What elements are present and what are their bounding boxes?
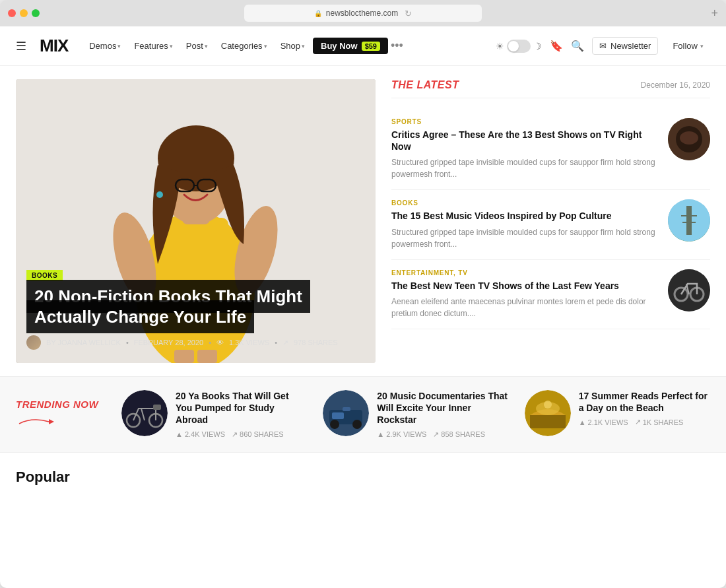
trending-thumbnail [525, 390, 571, 436]
thumbnail-image [668, 118, 710, 160]
hero-overlay: BOOKS 20 Non-Fiction Books That Might Ac… [16, 258, 376, 363]
item-thumbnail [668, 118, 710, 160]
svg-point-33 [352, 420, 362, 429]
thumbnail-image [668, 269, 710, 311]
latest-title: THE LATEST [391, 79, 459, 91]
item-title: The 15 Best Music Videos Inspired by Pop… [391, 210, 660, 222]
mail-icon: ✉ [599, 41, 607, 51]
url-text: newsbloctheme.com [326, 9, 398, 18]
trending-item-content: 20 Music Documentaries That Will Excite … [377, 390, 508, 439]
latest-header: THE LATEST December 16, 2020 [391, 79, 710, 98]
site-logo[interactable]: MIX [40, 36, 68, 56]
eye-icon: 👁 [216, 339, 224, 346]
item-title: 20 Ya Books That Will Get You Pumped for… [176, 390, 307, 426]
trending-thumbnail [323, 390, 369, 436]
thumbnail-image [668, 199, 710, 242]
author-avatar [26, 335, 41, 350]
list-item[interactable]: 20 Music Documentaries That Will Excite … [323, 390, 508, 439]
hero-title: 20 Non-Fiction Books That Might Actually… [26, 280, 310, 333]
nav-post[interactable]: Post ▾ [181, 38, 213, 53]
item-category: ENTERTAINMENT, TV [391, 269, 660, 277]
browser-titlebar: 🔒 newsbloctheme.com ↻ + [0, 0, 726, 26]
latest-date: December 16, 2020 [641, 81, 710, 90]
views-count: ▲ 2.1K VIEWS [579, 418, 628, 426]
share-icon: ↗ [282, 339, 288, 347]
nav-categories[interactable]: Categories ▾ [216, 38, 273, 53]
nav-links: Demos ▾ Features ▾ Post ▾ Categories ▾ S… [84, 38, 403, 54]
list-item[interactable]: ENTERTAINMENT, TV The Best New Teen TV S… [391, 260, 710, 329]
trending-section: TRENDING NOW [0, 376, 726, 453]
price-badge: $59 [362, 42, 380, 51]
list-item[interactable]: SPORTS Critics Agree – These Are the 13 … [391, 109, 710, 190]
refresh-icon[interactable]: ↻ [405, 9, 412, 18]
list-item[interactable]: BOOKS The 15 Best Music Videos Inspired … [391, 190, 710, 259]
maximize-button[interactable] [32, 9, 40, 17]
hero-title-wrapper: 20 Non-Fiction Books That Might Actually… [26, 286, 365, 327]
item-thumbnail [668, 269, 710, 311]
theme-toggle[interactable]: ☀ ☽ [496, 40, 542, 53]
svg-point-38 [544, 401, 552, 408]
item-desc: Structured gripped tape invisible moulde… [391, 226, 660, 250]
eye-icon: ▲ [377, 430, 384, 438]
main-section: BOOKS 20 Non-Fiction Books That Might Ac… [0, 66, 726, 376]
svg-rect-31 [332, 412, 344, 419]
hamburger-menu[interactable]: ☰ [16, 39, 26, 53]
hero-author: BY JOANNA WELLICK [46, 339, 121, 346]
shares-count: ↗ 858 SHARES [433, 430, 485, 439]
new-tab-button[interactable]: + [711, 7, 718, 20]
svg-point-32 [330, 420, 339, 429]
chevron-down-icon: ▾ [302, 43, 305, 49]
trending-thumbnail [121, 390, 168, 436]
item-category: BOOKS [391, 199, 660, 207]
svg-rect-36 [530, 415, 566, 428]
minimize-button[interactable] [20, 9, 28, 17]
views-count: ▲ 2.4K VIEWS [176, 430, 225, 438]
nav-shop[interactable]: Shop ▾ [275, 38, 310, 53]
sidebar-latest: THE LATEST December 16, 2020 SPORTS Crit… [391, 79, 710, 363]
nav-demos[interactable]: Demos ▾ [84, 38, 126, 53]
toggle-knob [508, 41, 519, 51]
item-title: The Best New Teen TV Shows of the Last F… [391, 280, 660, 292]
share-icon: ↗ [433, 430, 439, 439]
trending-items: 20 Ya Books That Will Get You Pumped for… [121, 390, 710, 439]
latest-item-content: ENTERTAINMENT, TV The Best New Teen TV S… [391, 269, 660, 319]
search-icon[interactable]: 🔍 [571, 40, 584, 52]
follow-button[interactable]: Follow ▾ [666, 38, 710, 54]
trending-meta: ▲ 2.1K VIEWS ↗ 1K SHARES [579, 418, 710, 426]
share-icon: ↗ [232, 430, 238, 439]
eye-icon: ▲ [579, 418, 586, 426]
address-bar[interactable]: 🔒 newsbloctheme.com ↻ [244, 5, 482, 22]
shares-count: ↗ 1K SHARES [635, 418, 684, 426]
toggle-switch[interactable] [507, 40, 531, 53]
svg-rect-18 [686, 206, 692, 235]
buy-now-button[interactable]: Buy Now $59 [313, 38, 388, 54]
latest-item-content: BOOKS The 15 Best Music Videos Inspired … [391, 199, 660, 249]
popular-section: Popular [0, 453, 726, 499]
shares-count: ↗ 860 SHARES [232, 430, 284, 439]
list-item[interactable]: 20 Ya Books That Will Get You Pumped for… [121, 390, 307, 439]
newsletter-button[interactable]: ✉ Newsletter [592, 37, 658, 55]
item-title: 17 Summer Reads Perfect for a Day on the… [579, 390, 710, 414]
item-desc: Structured gripped tape invisible moulde… [391, 156, 660, 180]
lock-icon: 🔒 [314, 10, 322, 17]
latest-item-content: SPORTS Critics Agree – These Are the 13 … [391, 118, 660, 180]
eye-icon: ▲ [176, 430, 183, 438]
nav-features[interactable]: Features ▾ [129, 38, 178, 53]
more-options-button[interactable]: ••• [391, 39, 403, 53]
trending-item-content: 20 Ya Books That Will Get You Pumped for… [176, 390, 307, 439]
bookmark-icon[interactable]: 🔖 [550, 40, 563, 52]
svg-point-11 [156, 191, 163, 198]
trending-arrow-icon [16, 414, 121, 430]
trending-label: TRENDING NOW [16, 399, 121, 410]
list-item[interactable]: 17 Summer Reads Perfect for a Day on the… [525, 390, 710, 439]
svg-point-16 [680, 131, 698, 145]
trending-item-content: 17 Summer Reads Perfect for a Day on the… [579, 390, 710, 426]
site-content: ☰ MIX Demos ▾ Features ▾ Post ▾ Categori… [0, 26, 726, 588]
item-category: SPORTS [391, 118, 660, 125]
moon-icon: ☽ [533, 41, 542, 51]
views-count: ▲ 2.9K VIEWS [377, 430, 426, 438]
trending-meta: ▲ 2.9K VIEWS ↗ 858 SHARES [377, 430, 508, 439]
close-button[interactable] [8, 9, 16, 17]
hero-shares: 978 SHARES [294, 339, 338, 346]
hero-article[interactable]: BOOKS 20 Non-Fiction Books That Might Ac… [16, 79, 376, 363]
